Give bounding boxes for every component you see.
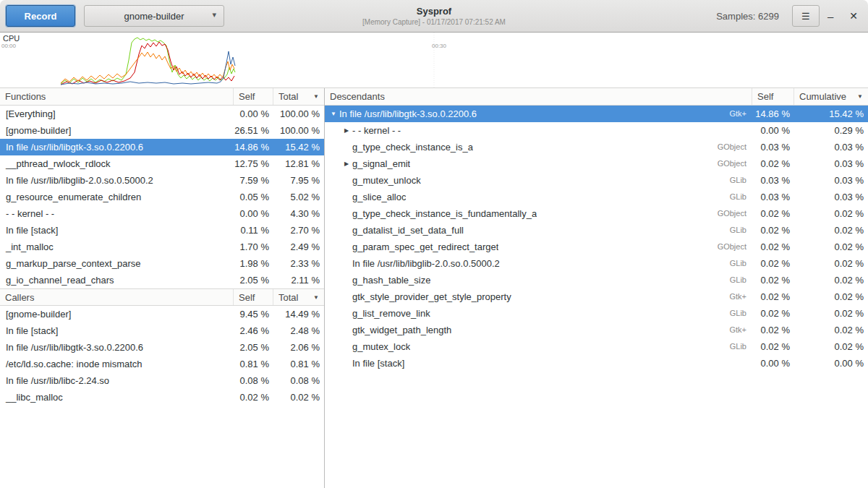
column-header-cumulative[interactable]: Cumulative ▼ <box>794 88 868 105</box>
table-row[interactable]: In file [stack]2.46 %2.48 % <box>0 322 324 339</box>
table-row[interactable]: _int_malloc1.70 %2.49 % <box>0 239 324 255</box>
table-row[interactable]: In file /usr/lib/libc-2.24.so0.08 %0.08 … <box>0 372 324 389</box>
column-header-functions[interactable]: Functions <box>0 88 234 105</box>
table-row[interactable]: g_io_channel_read_chars2.05 %2.11 % <box>0 272 324 288</box>
self-value: 14.86 % <box>752 106 794 122</box>
cumulative-value: 0.03 % <box>794 189 868 205</box>
function-name: _int_malloc <box>0 239 234 255</box>
function-name: In file /usr/lib/libgtk-3.so.0.2200.6 <box>339 106 477 122</box>
headerbar-left-group: Record gnome-builder ▾ <box>6 5 224 27</box>
tree-row[interactable]: g_hash_table_sizeGLib0.02 %0.02 % <box>325 272 868 288</box>
tree-row[interactable]: g_mutex_lockGLib0.02 %0.02 % <box>325 338 868 355</box>
tree-row[interactable]: ▶g_signal_emitGObject0.02 %0.03 % <box>325 155 868 172</box>
self-value: 1.70 % <box>234 239 273 255</box>
cumulative-value: 0.02 % <box>794 255 868 272</box>
table-row[interactable]: In file /usr/lib/libgtk-3.so.0.2200.614.… <box>0 139 324 155</box>
category-label: GLib <box>700 255 752 272</box>
function-name: g_markup_parse_context_parse <box>0 255 234 272</box>
close-button[interactable]: ✕ <box>841 10 862 22</box>
function-name: g_param_spec_get_redirect_target <box>352 239 498 255</box>
headerbar: Record gnome-builder ▾ Sysprof [Memory C… <box>0 0 868 33</box>
tree-row[interactable]: In file /usr/lib/libglib-2.0.so.0.5000.2… <box>325 255 868 272</box>
tree-row[interactable]: g_mutex_unlockGLib0.03 %0.03 % <box>325 172 868 189</box>
table-row[interactable]: [gnome-builder]9.45 %14.49 % <box>0 306 324 322</box>
column-header-self[interactable]: Self <box>752 88 794 105</box>
function-name-cell: In file /usr/lib/libglib-2.0.so.0.5000.2 <box>325 255 700 272</box>
self-value: 0.03 % <box>752 139 794 155</box>
table-row[interactable]: [gnome-builder]26.51 %100.00 % <box>0 122 324 139</box>
minimize-button[interactable]: – <box>820 10 841 22</box>
table-row[interactable]: In file /usr/lib/libglib-2.0.so.0.5000.2… <box>0 172 324 189</box>
function-name-cell: g_datalist_id_set_data_full <box>325 222 700 239</box>
function-name: In file [stack] <box>352 355 404 372</box>
cumulative-value: 0.02 % <box>794 272 868 288</box>
tree-row[interactable]: ▼In file /usr/lib/libgtk-3.so.0.2200.6Gt… <box>325 106 868 122</box>
column-header-total[interactable]: Total ▼ <box>273 88 324 105</box>
self-value: 0.02 % <box>752 255 794 272</box>
table-row[interactable]: g_resource_enumerate_children0.05 %5.02 … <box>0 189 324 205</box>
tree-row[interactable]: ▶- - kernel - -0.00 %0.29 % <box>325 122 868 139</box>
tree-row[interactable]: g_type_check_instance_is_fundamentally_a… <box>325 205 868 222</box>
function-name-cell: ▶g_signal_emit <box>325 155 700 172</box>
table-row[interactable]: In file [stack]0.11 %2.70 % <box>0 222 324 239</box>
column-header-self[interactable]: Self <box>234 289 273 305</box>
self-value: 0.03 % <box>752 189 794 205</box>
record-button[interactable]: Record <box>6 5 75 27</box>
expander-expanded-icon[interactable]: ▼ <box>328 106 339 122</box>
headerbar-right-group: Samples: 6299 ☰ – ✕ <box>716 5 862 27</box>
cpu-timeline[interactable]: CPU 00:00 00:30 <box>0 33 868 88</box>
category-label: GLib <box>700 222 752 239</box>
table-row[interactable]: g_markup_parse_context_parse1.98 %2.33 % <box>0 255 324 272</box>
self-value: 0.02 % <box>234 389 273 406</box>
column-header-total-label: Total <box>278 88 298 105</box>
tree-row[interactable]: g_datalist_id_set_data_fullGLib0.02 %0.0… <box>325 222 868 239</box>
cumulative-value: 0.29 % <box>794 122 868 139</box>
column-header-descendants[interactable]: Descendants <box>325 88 752 105</box>
function-name: __libc_malloc <box>0 389 234 406</box>
tree-row[interactable]: g_param_spec_get_redirect_targetGObject0… <box>325 239 868 255</box>
tree-row[interactable]: g_list_remove_linkGLib0.02 %0.02 % <box>325 305 868 322</box>
category-label: Gtk+ <box>700 106 752 122</box>
self-value: 14.86 % <box>234 139 273 155</box>
tree-row[interactable]: gtk_style_provider_get_style_propertyGtk… <box>325 288 868 305</box>
tree-row[interactable]: g_slice_allocGLib0.03 %0.03 % <box>325 189 868 205</box>
sysprof-window: Record gnome-builder ▾ Sysprof [Memory C… <box>0 0 868 488</box>
self-value: 0.02 % <box>752 338 794 355</box>
function-name: g_mutex_lock <box>352 338 410 355</box>
column-header-self[interactable]: Self <box>234 88 273 105</box>
menu-button[interactable]: ☰ <box>792 5 820 27</box>
expander-collapsed-icon[interactable]: ▶ <box>341 155 352 172</box>
table-row[interactable]: - - kernel - -0.00 %4.30 % <box>0 205 324 222</box>
total-value: 2.70 % <box>273 222 324 239</box>
process-selector-dropdown[interactable]: gnome-builder ▾ <box>84 5 224 27</box>
function-name: /etc/ld.so.cache: inode mismatch <box>0 356 234 372</box>
function-name: [gnome-builder] <box>0 306 234 322</box>
cumulative-value: 0.02 % <box>794 322 868 338</box>
table-row[interactable]: /etc/ld.so.cache: inode mismatch0.81 %0.… <box>0 356 324 372</box>
self-value: 7.59 % <box>234 172 273 189</box>
cumulative-value: 15.42 % <box>794 106 868 122</box>
total-value: 2.06 % <box>273 339 324 356</box>
column-header-callers[interactable]: Callers <box>0 289 234 305</box>
process-selector-label: gnome-builder <box>124 11 184 22</box>
left-pane: Functions Self Total ▼ [Everything]0.00 … <box>0 88 325 488</box>
table-row[interactable]: __pthread_rwlock_rdlock12.75 %12.81 % <box>0 155 324 172</box>
category-label <box>700 355 752 372</box>
function-name-cell: ▶- - kernel - - <box>325 122 700 139</box>
category-label: GLib <box>700 338 752 355</box>
cpu-series-blue <box>61 51 235 85</box>
table-row[interactable]: [Everything]0.00 %100.00 % <box>0 106 324 122</box>
hamburger-menu-icon: ☰ <box>801 11 810 22</box>
self-value: 2.46 % <box>234 322 273 339</box>
tree-row[interactable]: gtk_widget_path_lengthGtk+0.02 %0.02 % <box>325 322 868 338</box>
tree-row[interactable]: In file [stack]0.00 %0.00 % <box>325 355 868 372</box>
function-name: gtk_style_provider_get_style_property <box>352 288 511 305</box>
total-value: 2.48 % <box>273 322 324 339</box>
category-label: GLib <box>700 305 752 322</box>
expander-collapsed-icon[interactable]: ▶ <box>341 122 352 139</box>
function-name: g_type_check_instance_is_fundamentally_a <box>352 205 537 222</box>
table-row[interactable]: In file /usr/lib/libgtk-3.so.0.2200.62.0… <box>0 339 324 356</box>
table-row[interactable]: __libc_malloc0.02 %0.02 % <box>0 389 324 406</box>
tree-row[interactable]: g_type_check_instance_is_aGObject0.03 %0… <box>325 139 868 155</box>
column-header-total[interactable]: Total ▼ <box>273 289 324 305</box>
